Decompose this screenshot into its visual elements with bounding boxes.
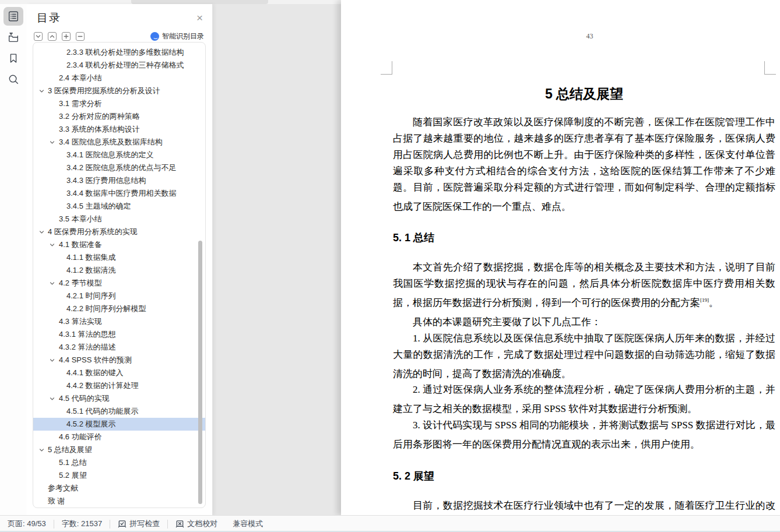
toc-item[interactable]: 5.2 展望 <box>33 469 205 482</box>
toc-item[interactable]: 5 总结及展望 <box>33 443 205 456</box>
toc-item[interactable]: 3 医保费用挖掘系统的分析及设计 <box>33 84 205 97</box>
toc-item[interactable]: 4.4.2 数据的计算处理 <box>33 379 205 392</box>
expand-node-button[interactable] <box>62 32 71 41</box>
toc-item[interactable]: 4.4.1 数据的键入 <box>33 367 205 379</box>
top-strip-segment <box>131 0 268 4</box>
toc-item[interactable]: 4.1.1 数据集成 <box>33 251 205 264</box>
toc-item[interactable]: 3.4.4 数据库中医疗费用相关数据 <box>33 187 205 200</box>
toc-item[interactable]: 致 谢 <box>33 495 205 508</box>
toc-item[interactable]: 4.2.2 时间序列分解模型 <box>33 302 205 315</box>
toc-item[interactable]: 4.3.1 算法的思想 <box>33 328 205 341</box>
spell-check-icon <box>118 520 127 529</box>
toc-item-label: 3.2 分析对应的两种策略 <box>59 112 140 121</box>
toc-item[interactable]: 4.5.2 模型展示 <box>33 418 205 431</box>
collapse-node-button[interactable] <box>76 32 85 41</box>
toc-item-label: 4.5 代码的实现 <box>59 394 110 403</box>
toc-item-label: 4.3.1 算法的思想 <box>59 330 116 339</box>
toc-item[interactable]: 3.4.5 主题域的确定 <box>33 200 205 213</box>
toc-item-label: 4.1 数据准备 <box>59 240 102 249</box>
toc-pane-button[interactable] <box>3 7 23 26</box>
doc-block: 5 总结及展望 <box>393 82 775 104</box>
close-icon[interactable]: × <box>196 13 203 23</box>
toc-scrollbar-thumb[interactable] <box>198 241 202 504</box>
expand-all-button[interactable] <box>48 32 57 41</box>
toc-item[interactable]: 4.5 代码的实现 <box>33 392 205 405</box>
toc-item[interactable]: 4.2.1 时间序列 <box>33 290 205 302</box>
toc-item[interactable]: 2.3.4 联机分析处理的三种存储格式 <box>33 59 205 72</box>
doc-block: 目前，数据挖掘技术在医疗行业领域中也有了一定的发展，随着医疗卫生行业的改革，数据… <box>393 498 775 515</box>
toc-item[interactable]: 4.5.1 代码的功能展示 <box>33 405 205 418</box>
toc-item-label: 4.6 功能评价 <box>59 432 102 441</box>
toc-item[interactable]: 4.2 季节模型 <box>33 277 205 290</box>
toc-item[interactable]: 4.1 数据准备 <box>33 238 205 251</box>
toc-item[interactable]: 4.4 SPSS 软件的预测 <box>33 354 205 367</box>
toc-item-label: 4 医保费用分析系统的实现 <box>48 227 138 236</box>
doc-block-text: 5. 2 展望 <box>393 470 434 482</box>
chevron-down-icon[interactable] <box>50 140 55 145</box>
minus-icon <box>78 34 83 39</box>
status-bar: 页面: 49/53 字数: 21537 拼写检查 文档校对 兼容模式 <box>0 515 780 532</box>
document-page[interactable]: 43 5 总结及展望随着国家医疗改革政策以及医疗保障制度的不断完善，医保工作在医… <box>341 0 780 515</box>
doc-block-text: 目前，数据挖掘技术在医疗行业领域中也有了一定的发展，随着医疗卫生行业的改革，数据… <box>393 500 775 515</box>
chevron-down-icon[interactable] <box>50 242 55 248</box>
toc-list: 2.3.3 联机分析处理的多维数据结构 2.3.4 联机分析处理的三种存储格式 … <box>33 42 206 508</box>
toc-item-label: 5.2 展望 <box>59 471 87 480</box>
page-indicator: 页面: 49/53 <box>0 516 54 532</box>
toc-item-label: 3.4.1 医院信息系统的定义 <box>66 150 154 159</box>
chevron-down-icon <box>36 34 41 39</box>
ai-assistant-icon <box>150 32 159 41</box>
toc-item-label: 4.2.2 时间序列分解模型 <box>66 304 146 313</box>
document-body[interactable]: 5 总结及展望随着国家医疗改革政策以及医疗保障制度的不断完善，医保工作在医院管理… <box>393 40 775 515</box>
doc-block: 2. 通过对医保病人业务系统的整体流程分析，确定了医保病人费用分析的主题，并建立… <box>393 382 775 417</box>
doc-block: 5. 1 总结 <box>393 228 775 245</box>
toc-item[interactable]: 5.1 总结 <box>33 456 205 469</box>
spell-check-label: 拼写检查 <box>129 519 160 529</box>
toc-item-label: 4.1.2 数据清洗 <box>66 266 116 274</box>
toc-item[interactable]: 4.1.2 数据清洗 <box>33 264 205 277</box>
chevron-down-icon[interactable] <box>50 358 55 363</box>
chapter-navigator-icon <box>7 31 20 44</box>
chevron-down-icon[interactable] <box>39 230 44 235</box>
search-pane-button[interactable] <box>3 70 23 89</box>
toc-item-label: 5.1 总结 <box>59 458 87 467</box>
compat-mode-label: 兼容模式 <box>233 519 263 529</box>
chevron-down-icon[interactable] <box>39 89 44 94</box>
toc-item[interactable]: 2.3.3 联机分析处理的多维数据结构 <box>33 46 205 59</box>
toc-item-label: 3.4.5 主题域的确定 <box>66 202 131 210</box>
collapse-all-button[interactable] <box>34 32 43 41</box>
spell-check-button[interactable]: 拼写检查 <box>110 516 167 532</box>
plus-icon <box>64 34 69 39</box>
toc-item[interactable]: 4 医保费用分析系统的实现 <box>33 226 205 238</box>
doc-block-text: 5 总结及展望 <box>545 86 623 101</box>
chevron-down-icon[interactable] <box>50 396 55 401</box>
chevron-down-icon[interactable] <box>50 281 55 286</box>
toc-item[interactable]: 参考文献 <box>33 482 205 495</box>
left-icon-rail <box>0 4 26 515</box>
chevron-down-icon[interactable] <box>39 448 44 453</box>
smart-recognize-toc-button[interactable]: 智能识别目录 <box>150 31 204 41</box>
doc-block-text: 随着国家医疗改革政策以及医疗保障制度的不断完善，医保工作在医院管理工作中占据了越… <box>393 117 775 212</box>
doc-proofread-button[interactable]: 文档校对 <box>168 516 225 532</box>
toc-item[interactable]: 3.4.3 医疗费用信息结构 <box>33 174 205 187</box>
doc-block: 具体的本课题研究主要做了以下几点工作： <box>393 311 775 330</box>
toc-item[interactable]: 3.1 需求分析 <box>33 97 205 110</box>
search-icon <box>7 73 20 86</box>
toc-item[interactable]: 4.6 功能评价 <box>33 431 205 443</box>
toc-item[interactable]: 4.3.2 算法的描述 <box>33 341 205 354</box>
toc-item-label: 4.2 季节模型 <box>59 279 102 287</box>
toc-item-label: 4.5.1 代码的功能展示 <box>66 407 139 415</box>
toc-item[interactable]: 2.4 本章小结 <box>33 72 205 84</box>
bookmark-pane-button[interactable] <box>3 49 23 68</box>
toc-item[interactable]: 3.4.2 医院信息系统的优点与不足 <box>33 161 205 174</box>
toc-item[interactable]: 3.2 分析对应的两种策略 <box>33 110 205 123</box>
toc-item[interactable]: 3.4 医院信息系统及数据库结构 <box>33 136 205 149</box>
toc-item-label: 4.1.1 数据集成 <box>66 253 116 262</box>
doc-block: 随着国家医疗改革政策以及医疗保障制度的不断完善，医保工作在医院管理工作中占据了越… <box>393 114 775 215</box>
compat-mode-button[interactable]: 兼容模式 <box>225 516 270 532</box>
toc-item-label: 致 谢 <box>48 496 65 505</box>
chapter-pane-button[interactable] <box>3 28 23 47</box>
toc-item[interactable]: 4.3 算法实现 <box>33 315 205 328</box>
toc-item[interactable]: 3.5 本章小结 <box>33 213 205 226</box>
toc-item[interactable]: 3.4.1 医院信息系统的定义 <box>33 149 205 161</box>
toc-item[interactable]: 3.3 系统的体系结构设计 <box>33 123 205 136</box>
